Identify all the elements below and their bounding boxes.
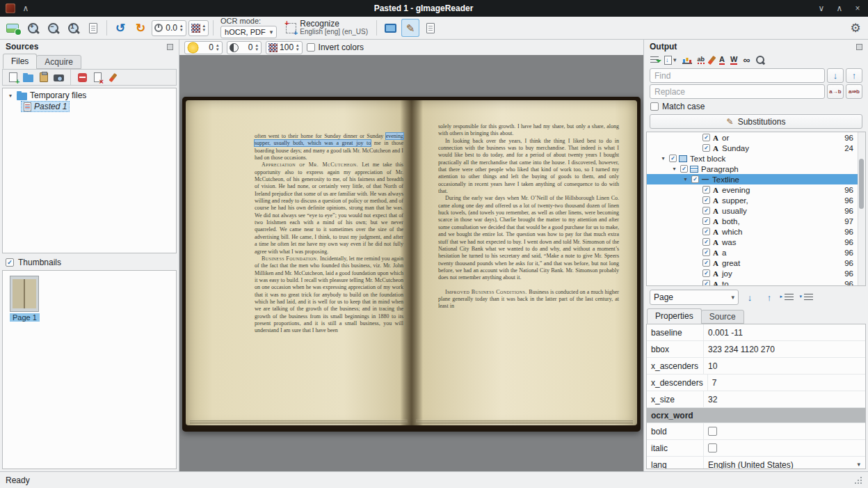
item-checkbox[interactable]: ✓ <box>702 249 710 256</box>
property-value[interactable] <box>704 440 865 456</box>
replace-all-button[interactable]: a⇒b <box>846 84 862 99</box>
thumbnail-image[interactable] <box>10 276 39 312</box>
tree-item-a[interactable]: ✓Aa96 <box>647 247 865 258</box>
tree-item-supper-[interactable]: ✓Asupper,96 <box>647 195 865 205</box>
prev-lowconf-word-button[interactable]: A <box>719 54 725 65</box>
spin-arrows-icon[interactable]: ▴▾ <box>202 24 207 32</box>
property-value[interactable]: 10 <box>704 358 865 374</box>
property-value[interactable]: 0.001 -11 <box>704 324 865 340</box>
item-checkbox[interactable]: ✓ <box>669 155 677 162</box>
tree-item-which[interactable]: ✓Awhich96 <box>647 226 865 237</box>
tree-scrollbar[interactable] <box>858 132 865 285</box>
item-checkbox[interactable]: ✓ <box>702 280 710 286</box>
collapse-all-button[interactable] <box>800 290 817 305</box>
substitutions-button[interactable]: ✎ Substitutions <box>650 114 862 129</box>
tree-item-usually[interactable]: ✓Ausually96 <box>647 205 865 216</box>
append-mode-button[interactable] <box>650 54 659 65</box>
clear-sources-button[interactable] <box>107 72 119 84</box>
expander-icon[interactable]: ▾ <box>670 166 678 172</box>
tree-item-both-[interactable]: ✓Aboth,97 <box>647 216 865 226</box>
rotate-ccw-button[interactable]: ↺ <box>111 19 129 37</box>
item-checkbox[interactable]: ✓ <box>702 228 710 235</box>
zoom-selection-button[interactable] <box>755 54 765 65</box>
expander-icon[interactable]: ▾ <box>682 176 689 182</box>
detach-output-icon[interactable] <box>856 44 862 50</box>
scrollbar-handle[interactable] <box>859 159 864 209</box>
close-button[interactable]: × <box>853 4 862 13</box>
link-pages-button[interactable]: ∞ <box>743 54 750 65</box>
keep-above-icon[interactable]: ∧ <box>21 4 31 13</box>
add-images-button[interactable] <box>7 72 19 84</box>
spin-arrows-icon[interactable]: ▴▾ <box>216 43 220 52</box>
find-input[interactable] <box>650 68 825 83</box>
spin-arrows-icon[interactable]: ▴▾ <box>255 43 259 52</box>
tree-item-was[interactable]: ✓Awas96 <box>647 237 865 247</box>
edit-hocr-button[interactable]: ✎ <box>401 19 419 37</box>
property-value[interactable] <box>704 423 865 439</box>
detach-sources-icon[interactable] <box>167 44 173 50</box>
item-checkbox[interactable]: ✓ <box>702 196 710 204</box>
item-checkbox[interactable]: ✓ <box>702 238 710 246</box>
spin-arrows-icon[interactable]: ▴▾ <box>296 43 300 52</box>
tree-item-evening[interactable]: ✓Aevening96 <box>647 184 865 195</box>
strip-linebreaks-button[interactable] <box>710 54 714 65</box>
tree-item-to[interactable]: ✓Ato96 <box>647 278 865 286</box>
spellcheck-button[interactable]: ab <box>698 54 705 65</box>
property-value[interactable]: 32 <box>704 391 865 407</box>
tree-item-sunday[interactable]: ✓ASunday24 <box>647 143 865 153</box>
show-sources-button[interactable] <box>3 19 22 37</box>
toggle-wconf-button[interactable]: W <box>730 54 737 65</box>
tab-properties[interactable]: Properties <box>647 308 702 324</box>
recognize-button[interactable]: Recognize English [eng] (en_US) <box>282 19 372 37</box>
property-value[interactable]: 323 234 1120 270 <box>704 341 865 357</box>
expander-icon[interactable]: ▾ <box>659 155 667 162</box>
rotation-spinbox[interactable]: 0.0 ▴▾ <box>152 20 186 36</box>
delete-source-button[interactable] <box>92 72 104 84</box>
item-checkbox[interactable]: ✓ <box>702 144 710 152</box>
expander-icon[interactable]: ▾ <box>7 93 14 99</box>
invert-colors-checkbox[interactable] <box>307 43 315 52</box>
save-output-button[interactable]: ▾ <box>664 54 677 65</box>
tree-folder-temporary-files[interactable]: ▾ Temporary files <box>4 90 175 101</box>
minimize-button[interactable]: ∨ <box>817 4 826 13</box>
replace-one-button[interactable]: a→b <box>827 84 844 99</box>
item-checkbox[interactable]: ✓ <box>691 175 699 183</box>
maximize-button[interactable]: ∧ <box>835 4 844 13</box>
thumbnails-checkbox[interactable]: ✓ <box>6 258 14 267</box>
document-canvas[interactable]: often went to their home for Sunday dinn… <box>179 55 643 471</box>
property-checkbox[interactable] <box>708 427 717 436</box>
contrast-spinbox[interactable]: 0 ▴▾ <box>227 41 262 54</box>
remove-source-button[interactable] <box>77 72 88 84</box>
settings-button[interactable]: ⚙ <box>846 19 865 37</box>
tree-item-joy[interactable]: ✓Ajoy96 <box>647 268 865 278</box>
export-button[interactable] <box>682 54 692 65</box>
spin-arrows-icon[interactable]: ▴▾ <box>179 24 184 32</box>
screenshot-button[interactable] <box>53 72 65 84</box>
expand-all-button[interactable] <box>780 290 797 305</box>
tab-files[interactable]: Files <box>3 54 37 69</box>
new-document-button[interactable] <box>421 19 440 37</box>
property-value[interactable]: 7 <box>708 375 865 391</box>
page-layout-spinbox[interactable]: ▴▾ <box>188 20 209 36</box>
display-output-button[interactable] <box>381 19 399 37</box>
property-checkbox[interactable] <box>708 443 717 452</box>
tree-item-paragraph[interactable]: ▾✓Paragraph <box>647 164 865 174</box>
rotate-cw-button[interactable]: ↻ <box>131 19 150 37</box>
find-next-button[interactable]: ↓ <box>827 68 844 83</box>
tree-item-or[interactable]: ✓Aor96 <box>647 132 865 143</box>
zoom-original-button[interactable]: 1 <box>64 19 82 37</box>
tree-item-great[interactable]: ✓Agreat96 <box>647 258 865 268</box>
ocr-mode-select[interactable]: hOCR, PDF ▾ <box>220 26 277 38</box>
item-checkbox[interactable]: ✓ <box>702 134 710 141</box>
item-checkbox[interactable]: ✓ <box>702 259 710 267</box>
selected-textline-highlight[interactable]: evening supper, usually both, which was … <box>255 133 403 146</box>
thumbnail-page-1[interactable]: Page 1 <box>10 276 169 322</box>
replace-input[interactable] <box>650 84 825 99</box>
resolution-spinbox[interactable]: 100 ▴▾ <box>266 41 303 54</box>
item-checkbox[interactable]: ✓ <box>702 269 710 277</box>
page-mode-select[interactable]: Page ▾ <box>650 290 739 305</box>
tree-item-text-block[interactable]: ▾✓Text block <box>647 153 865 164</box>
find-prev-button[interactable]: ↑ <box>846 68 862 83</box>
match-case-checkbox[interactable] <box>650 102 659 111</box>
zoom-in-button[interactable]: + <box>24 19 42 37</box>
